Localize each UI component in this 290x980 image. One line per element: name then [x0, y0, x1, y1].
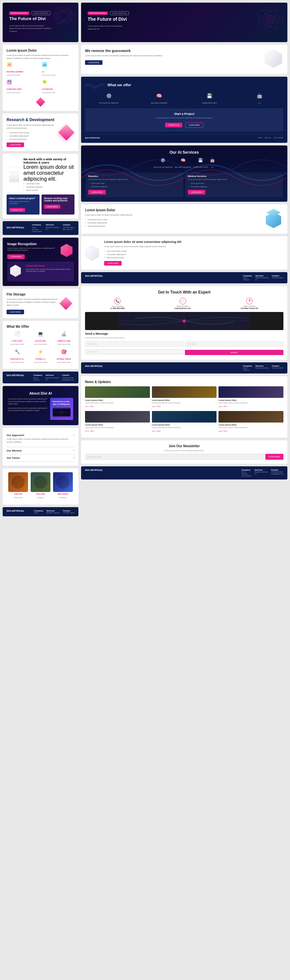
news-date-1: Jan 1, 2024 — [85, 406, 150, 408]
r-b-1: Lorem ipsum dolor — [88, 181, 181, 185]
newsletter-input[interactable]: Enter your email — [85, 454, 264, 460]
news-title-4: Lorem Ipsum Dolor — [85, 424, 150, 426]
news-title-1: Lorem Ipsum Dolor — [85, 399, 150, 401]
medical-card: Medical Services Lorem ipsum dolor sit a… — [185, 172, 283, 197]
lorem-right-title: Lorem Ipsum Dolor — [85, 208, 261, 212]
medical-btn[interactable]: LEARN MORE — [188, 190, 205, 194]
ai-icon-1: ⚙️ PROCESS AUTOMATION — [154, 158, 173, 169]
experience-visual — [53, 407, 70, 417]
news-title-6: Lorem Ipsum Dolor — [218, 424, 284, 426]
ml-text: Lorem ipsum dolor — [6, 74, 39, 77]
offer-item-2: 💻 SILICON UNIT Lorem ipsum dolor — [30, 331, 51, 347]
news-img-1 — [85, 387, 150, 398]
phone-placeholder: Your Phone — [87, 351, 97, 353]
send-form-grid: Your Name Your Email Your Phone SUBMIT — [85, 341, 284, 356]
contact-expert-title: Get In Touch With an Expert — [85, 290, 284, 294]
about-content: Lorem ipsum dolor sit amet consectetur a… — [8, 398, 73, 420]
fr3-i4: A.I. — [255, 279, 269, 281]
f2-c1i2: Services — [33, 379, 42, 381]
fr4-i2: Services — [243, 369, 252, 371]
fr3-i2: Services — [243, 279, 252, 281]
name-field[interactable]: Your Name — [85, 341, 184, 347]
experience-box: Experience a new age of intelligence — [50, 398, 73, 420]
approach-item-3[interactable]: Our Vision › — [6, 455, 74, 462]
footer1-col3-head: Contact — [63, 224, 74, 226]
page-layout: ARTIFICIAL INTEL NANO SERVICE The Future… — [0, 0, 290, 519]
approach-item-1[interactable]: Our Approach › Lorem ipsum dolor sit ame… — [6, 432, 74, 447]
footer-right-4: DIVI ARTIFICIAL Company About Services S… — [81, 362, 287, 374]
submit-btn[interactable]: SUBMIT — [185, 350, 284, 355]
ai-label: A.I. — [42, 71, 45, 73]
lorem3-body: Lorem ipsum dolor sit amet consectetur a… — [104, 245, 284, 248]
robotics-card: Robotics Lorem ipsum dolor sit amet cons… — [86, 172, 183, 197]
research-bullet-2: Consectetur adipiscing elit — [6, 134, 55, 138]
start-project-btn1[interactable]: CONTACT US — [165, 123, 182, 127]
what-we-offer-left: What We Offer 📄 LOOP STUDY Lorem ipsum d… — [3, 321, 79, 369]
m-b-2: Consectetur adipiscing — [188, 185, 280, 188]
ai-icon-4-label: A.I. — [211, 166, 214, 168]
newsletter-title: Join Our Newsletter — [85, 444, 284, 448]
about-body2: Lorem ipsum dolor sit amet consectetur a… — [8, 407, 48, 412]
industries-text: We work with a wide variety of industrie… — [23, 158, 74, 192]
robotics-btn[interactable]: LEARN MORE — [88, 190, 106, 194]
lorem-right-content: Lorem Ipsum Dolor Lorem ipsum dolor sit … — [85, 208, 284, 230]
news-item-2: Lorem Ipsum Dolor Lorem ipsum dolor sit … — [152, 387, 217, 409]
research-bullet-3: Sed do eiusmod tempor — [6, 138, 55, 141]
fr4-col2: Services Machine Learning — [255, 365, 269, 371]
offer-header: What we offer — [85, 81, 284, 91]
lorem-item-ai: 🤖 A.I. Lorem ipsum dolor — [42, 62, 74, 78]
location-value: 123 Main Street NY — [240, 307, 258, 309]
news-img-3 — [218, 387, 284, 398]
footer1-links: Company About Services Case Studies Serv… — [32, 224, 74, 232]
fr3-i5: 123 Main Street — [272, 277, 284, 279]
name-placeholder: Your Name — [87, 343, 97, 345]
medical-body: Lorem ipsum dolor sit amet consectetur a… — [188, 178, 280, 180]
research-body: Lorem ipsum dolor sit amet consectetur a… — [6, 124, 55, 130]
team-photo-2 — [30, 472, 50, 492]
f3l-i3: 123 Main Street — [63, 512, 74, 514]
news-title-3: Lorem Ipsum Dolor — [218, 399, 284, 401]
offer-label-3: COMPUTE LABS — [57, 340, 70, 342]
f2-c2i2: A.I. — [45, 379, 59, 381]
research-btn[interactable]: LEARN MORE — [6, 143, 24, 147]
newsletter-btn[interactable]: SUBSCRIBE — [265, 454, 284, 460]
footer1-logo-text: DIVI ARTIFICIAL — [6, 226, 24, 229]
teal-cubes-icon — [264, 208, 283, 230]
lorem3-bullets: Lorem ipsum dolor sit amet Consectetur a… — [104, 250, 284, 259]
nfl-1: About — [258, 137, 262, 139]
offer-r-icon-2: 🧠 — [135, 93, 183, 99]
lr-b2: Consectetur adipiscing elit — [85, 221, 261, 224]
footer1-logo: DIVI ARTIFICIAL — [6, 224, 24, 230]
offer-item-3: 🔬 COMPUTE LABS Lorem ipsum dolor — [53, 331, 74, 347]
news-excerpt-4: Lorem ipsum dolor sit amet consectetur. — [85, 426, 150, 429]
case-studies-btn[interactable]: LEARN MORE — [44, 205, 60, 208]
right-hero-badge1: ARTIFICIAL INTEL — [88, 11, 108, 15]
neural-bg — [3, 238, 79, 286]
start-project-btn2[interactable]: LEARN MORE — [185, 123, 203, 128]
guesswork-content: We remove the guesswork Lorem ipsum dolo… — [85, 49, 284, 70]
guesswork-btn[interactable]: LEARN MORE — [85, 60, 103, 65]
footer-right-3: DIVI ARTIFICIAL Company About Services S… — [81, 272, 287, 283]
lorem3-btn[interactable]: LEARN MORE — [104, 261, 122, 266]
offer-r-label-4: A.I. — [258, 102, 261, 104]
footer1-col3-item2: New York, NY — [63, 228, 74, 231]
offer-r-2: 🧠 MACHINE LEARNING — [135, 93, 183, 105]
lorem3-title: Lorem Ipsum dolor sit amet consectetur a… — [104, 240, 284, 243]
auto-text: Lorem ipsum dolor — [42, 91, 74, 94]
file-storage-btn[interactable]: LEARN MORE — [6, 310, 24, 314]
offer-r-icon-3: 💾 — [186, 93, 233, 99]
custom-project-btn[interactable]: CONTACT US — [9, 208, 25, 212]
chips-icon: 💾 — [6, 79, 12, 84]
svg-line-20 — [46, 247, 56, 252]
news-item-6: Lorem Ipsum Dolor Lorem ipsum dolor sit … — [218, 411, 284, 434]
phone-field[interactable]: Your Phone — [85, 349, 184, 355]
lorem-section3-card: Lorem Ipsum dolor sit amet consectetur a… — [81, 236, 287, 269]
offer-item-6: 🎯 OPTIMIZE THINGS Lorem ipsum dolor — [53, 349, 74, 365]
approach-item-2[interactable]: Our Mission › — [6, 447, 74, 455]
email-field[interactable]: Your Email — [185, 341, 284, 347]
svg-line-18 — [20, 245, 27, 257]
offer-icon-6: 🎯 — [53, 349, 74, 355]
lorem3-content: Lorem Ipsum dolor sit amet consectetur a… — [85, 240, 284, 266]
about-title: About Divi AI — [8, 391, 73, 395]
ml-icon: 🧠 — [6, 62, 12, 67]
